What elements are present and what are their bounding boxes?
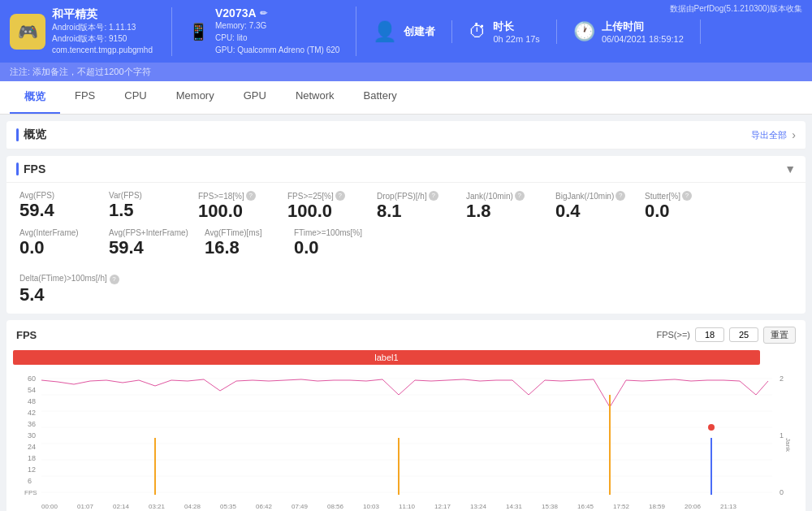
svg-text:18: 18 xyxy=(28,454,36,462)
creator-label: 创建者 xyxy=(404,24,435,39)
help-icon[interactable]: ? xyxy=(246,191,256,201)
fps-stat-label: Avg(FPS) xyxy=(19,191,93,200)
svg-text:36: 36 xyxy=(28,420,36,428)
overview-section: 概览 导出全部 › xyxy=(6,121,806,149)
fps-stat-label: Var(FPS) xyxy=(109,191,182,200)
delta-section: Delta(FTime)>100ms[/h] ? 5.4 xyxy=(6,274,806,314)
tab-network[interactable]: Network xyxy=(281,81,349,114)
tab-overview[interactable]: 概览 xyxy=(10,81,60,114)
svg-text:2: 2 xyxy=(780,375,784,383)
app-info: 🎮 和平精英 Android版本号: 1.11.13 Android版本号: 9… xyxy=(10,7,172,56)
svg-text:16:45: 16:45 xyxy=(577,503,594,510)
svg-text:FPS: FPS xyxy=(24,489,37,496)
help-icon[interactable]: ? xyxy=(515,191,525,201)
svg-text:24: 24 xyxy=(28,443,36,451)
app-icon: 🎮 xyxy=(10,14,45,50)
fps-stat-value: 0.0 xyxy=(294,237,367,258)
svg-text:13:24: 13:24 xyxy=(470,503,487,510)
app-package: com.tencent.tmgp.pubgmhd xyxy=(52,45,153,56)
upload-icon: 🕐 xyxy=(573,21,595,42)
help-icon[interactable]: ? xyxy=(335,191,345,201)
svg-text:42: 42 xyxy=(28,409,36,417)
notes-placeholder[interactable]: 注注: 添加备注，不超过1200个字符 xyxy=(10,67,151,76)
fps-stat-item: Avg(FPS+InterFrame)59.4 xyxy=(109,228,188,258)
svg-text:10:03: 10:03 xyxy=(363,503,380,510)
fps-threshold-2[interactable] xyxy=(729,327,758,342)
upload-block: 🕐 上传时间 06/04/2021 18:59:12 xyxy=(557,19,701,44)
fps-section: FPS ▼ Avg(FPS)59.4Var(FPS)1.5FPS>=18[%]?… xyxy=(6,156,806,314)
svg-text:12:17: 12:17 xyxy=(434,503,451,510)
svg-text:08:56: 08:56 xyxy=(327,503,344,510)
svg-text:30: 30 xyxy=(28,431,36,440)
phone-icon: 📱 xyxy=(188,22,209,41)
device-model: V2073A ✏ xyxy=(215,6,339,19)
svg-text:Jank: Jank xyxy=(784,438,792,453)
device-memory: Memory: 7.3G xyxy=(215,19,339,32)
delta-help-icon[interactable]: ? xyxy=(110,275,119,284)
svg-text:14:31: 14:31 xyxy=(506,503,523,510)
fps-stat-item: Drop(FPS)[/h]?8.1 xyxy=(377,191,450,222)
tab-fps[interactable]: FPS xyxy=(60,81,110,114)
fps-chart: label1 60 54 48 42 36 30 24 18 12 6 FPS … xyxy=(13,350,812,511)
fps-stat-item: BigJank(/10min)?0.4 xyxy=(555,191,628,222)
chart-container: label1 60 54 48 42 36 30 24 18 12 6 FPS … xyxy=(6,350,806,511)
device-info: 📱 V2073A ✏ Memory: 7.3G CPU: lito GPU: Q… xyxy=(172,6,356,56)
svg-text:15:38: 15:38 xyxy=(542,503,559,510)
help-icon[interactable]: ? xyxy=(682,191,692,201)
svg-text:04:28: 04:28 xyxy=(184,503,201,510)
reset-button[interactable]: 重置 xyxy=(763,327,796,344)
app-text: 和平精英 Android版本号: 1.11.13 Android版本号: 915… xyxy=(52,7,153,56)
chevron-right-icon[interactable]: › xyxy=(792,128,796,141)
fps-stat-value: 1.8 xyxy=(466,201,539,222)
app-name: 和平精英 xyxy=(52,7,153,22)
tab-memory[interactable]: Memory xyxy=(162,81,229,114)
svg-text:1: 1 xyxy=(780,431,784,440)
fps-stat-label: Avg(InterFrame) xyxy=(19,228,93,237)
svg-text:label1: label1 xyxy=(374,353,398,362)
export-button[interactable]: 导出全部 xyxy=(751,129,787,141)
svg-text:11:10: 11:10 xyxy=(399,503,416,510)
svg-text:12: 12 xyxy=(28,466,36,474)
help-icon[interactable]: ? xyxy=(429,191,438,201)
fps-section-title: FPS xyxy=(16,162,45,175)
fps-stat-value: 0.4 xyxy=(555,201,628,222)
chart-title: FPS xyxy=(16,329,37,341)
fps-stat-label: Avg(FPS+InterFrame) xyxy=(109,228,188,237)
fps-section-header: FPS ▼ xyxy=(6,156,806,183)
fps-stat-label: Jank(/10min)? xyxy=(466,191,539,201)
svg-text:60: 60 xyxy=(28,375,36,383)
tab-cpu[interactable]: CPU xyxy=(110,81,161,114)
notes-bar: 注注: 添加备注，不超过1200个字符 xyxy=(0,63,812,81)
help-icon[interactable]: ? xyxy=(615,191,625,201)
delta-label: Delta(FTime)>100ms[/h] ? xyxy=(19,274,793,284)
svg-text:02:14: 02:14 xyxy=(113,503,130,510)
duration-value: 0h 22m 17s xyxy=(493,34,539,44)
fps-controls: FPS(>=) 重置 xyxy=(656,327,796,344)
main-content: 概览 导出全部 › FPS ▼ Avg(FPS)59.4Var(FPS)1.5F… xyxy=(0,115,812,511)
edit-icon[interactable]: ✏ xyxy=(260,8,267,19)
chart-header: FPS FPS(>=) 重置 xyxy=(6,320,806,350)
svg-text:48: 48 xyxy=(28,397,36,405)
fps-stats-grid: Avg(FPS)59.4Var(FPS)1.5FPS>=18[%]?100.0F… xyxy=(6,183,806,274)
fps-stat-item: Jank(/10min)?1.8 xyxy=(466,191,539,222)
svg-text:0: 0 xyxy=(780,488,784,496)
svg-text:54: 54 xyxy=(28,386,36,394)
fps-stat-item: FPS>=25[%]?100.0 xyxy=(287,191,361,222)
overview-title: 概览 xyxy=(16,128,46,142)
app-header: 🎮 和平精英 Android版本号: 1.11.13 Android版本号: 9… xyxy=(0,0,812,63)
svg-point-28 xyxy=(708,424,715,431)
duration-block: ⏱ 时长 0h 22m 17s xyxy=(452,19,556,44)
fps-stat-label: Avg(FTime)[ms] xyxy=(205,228,278,237)
fps-stat-label: BigJank(/10min)? xyxy=(555,191,628,201)
app-version2: Android版本号: 9150 xyxy=(52,33,153,45)
overview-header: 概览 导出全部 › xyxy=(6,121,806,149)
svg-text:06:42: 06:42 xyxy=(256,503,273,510)
svg-text:6: 6 xyxy=(28,477,32,485)
fps-stat-label: FPS>=25[%]? xyxy=(287,191,361,201)
svg-text:17:52: 17:52 xyxy=(613,503,630,510)
device-cpu: CPU: lito xyxy=(215,32,339,44)
fps-chevron-icon[interactable]: ▼ xyxy=(784,162,796,175)
fps-threshold-1[interactable] xyxy=(695,327,724,342)
tab-gpu[interactable]: GPU xyxy=(229,81,281,114)
tab-battery[interactable]: Battery xyxy=(349,81,412,114)
